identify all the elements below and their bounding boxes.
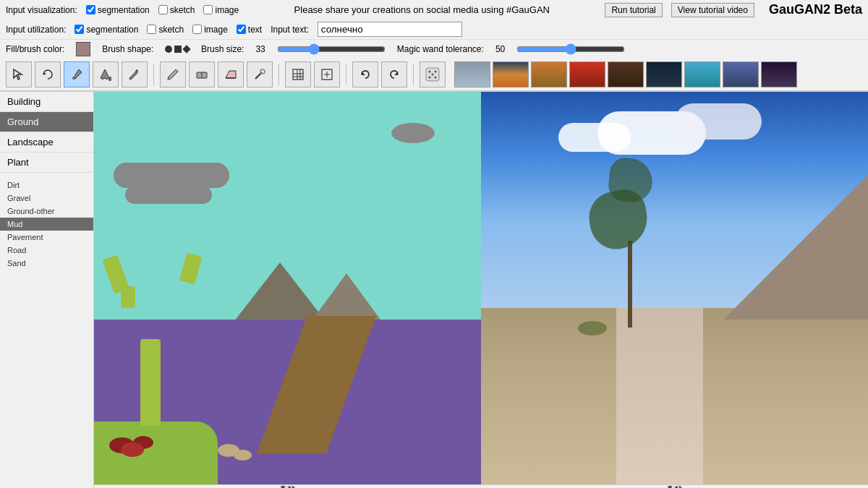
left-save-icon[interactable]: 💾 [280,485,296,489]
svg-marker-0 [14,69,22,80]
wand-value: 50 [495,44,505,54]
sidebar: Building Ground Landscape Plant Dirt Gra… [0,92,94,488]
input-text-label: Input text: [271,25,309,35]
redo-button[interactable] [381,61,407,87]
wand-slider[interactable] [516,43,625,55]
toolbar-separator-3 [346,64,346,85]
thumb-4[interactable] [569,61,605,87]
photo-cloud-3 [675,103,762,140]
fill-color-label: Fill/brush color: [6,44,64,54]
right-save-icon[interactable]: 💾 [667,485,683,489]
undo-button[interactable] [352,61,378,87]
sidebar-item-building[interactable]: Building [0,92,93,112]
svg-marker-1 [43,72,46,75]
input-util-label: Input utilization: [6,25,66,35]
cactus-arm-left2 [121,286,135,308]
wand-label: Magic wand tolerance: [397,44,484,54]
svg-point-28 [429,77,431,79]
svg-rect-13 [293,69,303,80]
svg-point-27 [435,71,437,73]
sketch-util-checkbox[interactable]: sketch [147,25,184,35]
expand-tool[interactable] [314,61,340,87]
brush-size-value: 33 [255,44,265,54]
photo-canvas [481,92,868,484]
brush-size-slider[interactable] [277,43,386,55]
thumb-8[interactable] [723,61,759,87]
svg-marker-22 [394,72,398,75]
select-tool[interactable] [6,61,32,87]
drawing-canvas[interactable] [94,92,481,484]
square-shape[interactable] [174,46,182,53]
svg-point-2 [72,77,75,80]
photo-mountain [723,175,868,320]
toolbar-separator-2 [278,64,279,85]
left-canvas-bar: 💾 [94,484,481,488]
view-tutorial-button[interactable]: View tutorial video [671,3,754,17]
pencil-tool[interactable] [160,61,186,87]
right-canvas-bar: 💾 [481,484,868,488]
social-text: Please share your creations on social me… [247,4,596,15]
sidebar-item-plant[interactable]: Plant [0,153,93,173]
photo-bush-1 [578,321,607,335]
shape-options [165,46,190,53]
diamond-shape[interactable] [182,45,190,53]
run-tutorial-button[interactable]: Run tutorial [605,3,662,17]
sidebar-item-mud[interactable]: Mud [0,218,93,231]
photo-canvas-panel: 💾 [481,92,868,488]
svg-point-24 [429,71,431,73]
svg-point-10 [260,69,265,74]
thumb-1[interactable] [454,61,490,87]
svg-point-26 [435,77,437,79]
thumb-5[interactable] [608,61,644,87]
image-util-checkbox[interactable]: image [192,25,228,35]
sidebar-item-gravel[interactable]: Gravel [0,192,93,205]
rotate-tool[interactable] [35,61,61,87]
eraser-tool[interactable] [218,61,244,87]
eyedropper-tool[interactable] [122,61,148,87]
sidebar-item-sand[interactable]: Sand [0,257,93,270]
toolbar-separator-4 [413,64,414,85]
thumb-7[interactable] [684,61,720,87]
drawing-canvas-panel[interactable]: 💾 [94,92,481,488]
sidebar-item-dirt[interactable]: Dirt [0,179,93,192]
input-viz-label: Input visualization: [6,5,77,15]
cactus-stem [140,339,161,426]
random-button[interactable] [420,61,446,87]
seg-viz-checkbox[interactable]: segmentation [86,5,150,15]
photo-cloud-2 [558,123,631,152]
toolbar-separator-1 [153,64,154,85]
wand-tool[interactable] [247,61,273,87]
svg-marker-7 [226,71,236,78]
sidebar-item-road[interactable]: Road [0,244,93,257]
svg-point-25 [432,74,434,76]
input-text-field[interactable] [318,22,462,37]
photo-road [616,308,703,484]
grid-tool[interactable] [285,61,311,87]
thumb-6[interactable] [646,61,682,87]
seg-util-checkbox[interactable]: segmentation [75,25,138,35]
sidebar-item-landscape[interactable]: Landscape [0,132,93,153]
svg-marker-21 [362,72,365,75]
cloud-main [114,163,229,188]
color-swatch[interactable] [76,42,90,56]
brush-shape-label: Brush shape: [102,44,153,54]
app-title: GauGAN2 Beta [769,2,862,17]
cloud-main-2 [125,186,212,204]
brush-size-label: Brush size: [201,44,244,54]
svg-rect-3 [109,77,111,81]
sketch-viz-checkbox[interactable]: sketch [158,5,195,15]
thumb-9[interactable] [761,61,797,87]
sidebar-item-ground-other[interactable]: Ground-other [0,205,93,218]
thumb-3[interactable] [531,61,567,87]
image-viz-checkbox[interactable]: image [203,5,239,15]
photo-tree-trunk [628,241,632,328]
green-ground [94,421,218,484]
eraser-alt-tool[interactable] [189,61,215,87]
circle-shape[interactable] [165,46,172,53]
sidebar-item-pavement[interactable]: Pavement [0,231,93,244]
brush-tool[interactable] [64,61,90,87]
thumb-2[interactable] [493,61,529,87]
text-util-checkbox[interactable]: text [237,25,262,35]
fill-tool[interactable] [93,61,119,87]
sidebar-item-ground[interactable]: Ground [0,112,93,132]
